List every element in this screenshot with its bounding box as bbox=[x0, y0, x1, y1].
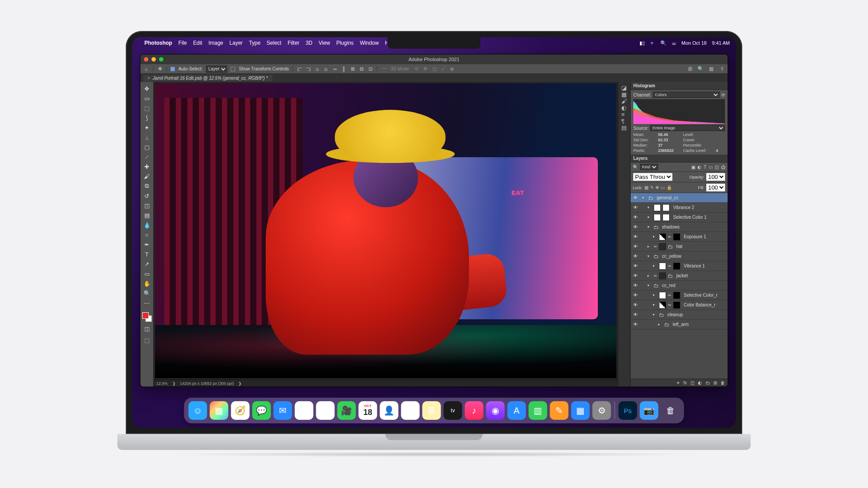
align-icon-8[interactable]: ⊡ bbox=[367, 66, 373, 72]
layer-name[interactable]: cleanup bbox=[667, 312, 683, 317]
layer-thumb[interactable] bbox=[659, 263, 666, 270]
layer-thumb[interactable] bbox=[659, 233, 666, 240]
disclosure-icon[interactable]: ▸ bbox=[647, 244, 652, 248]
visibility-icon[interactable]: 👁 bbox=[632, 273, 639, 278]
quick-mask-icon[interactable]: ◫ bbox=[142, 324, 152, 333]
layer-name[interactable]: Color Balance_r bbox=[684, 302, 716, 307]
disclosure-icon[interactable]: ▾ bbox=[653, 235, 657, 239]
layer-name[interactable]: cc_red bbox=[662, 283, 675, 288]
menu-file[interactable]: File bbox=[178, 40, 187, 46]
layer-name[interactable]: general_cc bbox=[657, 195, 678, 200]
dock-app-reminders[interactable]: ☑ bbox=[401, 401, 420, 420]
dock-app-calendar[interactable]: OCT18 bbox=[359, 401, 377, 420]
visibility-icon[interactable]: 👁 bbox=[632, 234, 639, 239]
search-icon[interactable]: 🔍 bbox=[698, 66, 704, 72]
visibility-icon[interactable]: 👁 bbox=[632, 195, 639, 200]
frame-tool[interactable]: ▢ bbox=[142, 142, 152, 152]
clone-tool[interactable]: ⧉ bbox=[142, 181, 152, 191]
layer-mask-thumb[interactable] bbox=[673, 302, 680, 309]
layer-row[interactable]: 👁▸⚮🗀hat bbox=[631, 242, 728, 252]
document-tab[interactable]: × Jamil Portrait 16 Edit.psb @ 12.5% (ge… bbox=[143, 75, 272, 81]
menubar-app-name[interactable]: Photoshop bbox=[144, 40, 172, 46]
layer-row[interactable]: 👁▸🗀left_arm bbox=[631, 320, 728, 329]
crop-tool[interactable]: ⟂ bbox=[142, 132, 152, 142]
menu-edit[interactable]: Edit bbox=[193, 40, 202, 46]
new-layer-icon[interactable]: ⊞ bbox=[713, 380, 717, 385]
layer-row[interactable]: 👁▾⚮Vibrance 1 bbox=[631, 261, 728, 271]
layer-mask-thumb[interactable] bbox=[673, 233, 680, 240]
layer-mask-thumb[interactable] bbox=[659, 272, 666, 279]
dock-app-messages[interactable]: 💬 bbox=[252, 401, 271, 420]
dock-app-keynote[interactable]: ▦ bbox=[571, 401, 590, 420]
align-icon-1[interactable]: ⫎ bbox=[305, 66, 311, 72]
layer-row[interactable]: 👁▾⚮Color Balance_r bbox=[631, 300, 728, 310]
path-tool[interactable]: ↗ bbox=[142, 259, 152, 269]
layer-row[interactable]: 👁▸⚮🗀jacket bbox=[631, 271, 728, 281]
heal-tool[interactable]: ✚ bbox=[142, 162, 152, 171]
dock-app-facetime[interactable]: 🎥 bbox=[337, 401, 356, 420]
dodge-tool[interactable]: ○ bbox=[142, 230, 152, 240]
layer-row[interactable]: 👁▾🗀cc_red bbox=[631, 281, 728, 290]
refresh-icon[interactable]: ⟳ bbox=[721, 93, 725, 97]
layer-mask-thumb[interactable] bbox=[673, 263, 680, 270]
zoom-level[interactable]: 12.5% bbox=[156, 381, 168, 386]
rectangle-tool[interactable]: ▭ bbox=[142, 269, 152, 279]
flyout-icon[interactable]: ❯ bbox=[172, 381, 176, 386]
disclosure-icon[interactable]: ▸ bbox=[658, 322, 663, 326]
battery-icon[interactable]: ▮▯ bbox=[639, 40, 645, 46]
lock-transparent-icon[interactable]: ▦ bbox=[644, 185, 648, 190]
visibility-icon[interactable]: 👁 bbox=[632, 302, 639, 307]
layer-thumb[interactable] bbox=[654, 214, 661, 221]
layer-row[interactable]: 👁▾🗀cc_yellow bbox=[631, 252, 728, 261]
dock-app-podcasts[interactable]: ◉ bbox=[486, 401, 505, 420]
align-icon-2[interactable]: ⫏ bbox=[314, 66, 320, 72]
layer-thumb[interactable] bbox=[659, 292, 666, 299]
menu-layer[interactable]: Layer bbox=[229, 40, 243, 46]
filter-adjust-icon[interactable]: ◐ bbox=[698, 165, 701, 170]
pen-tool[interactable]: ✒ bbox=[142, 240, 152, 249]
histogram-tab[interactable]: Histogram bbox=[631, 82, 728, 90]
move-tool-icon[interactable]: ✥ bbox=[157, 66, 163, 72]
control-center-icon[interactable]: ⚌ bbox=[672, 40, 676, 46]
spotlight-icon[interactable]: 🔍 bbox=[660, 40, 666, 46]
dock-app-pages[interactable]: ✎ bbox=[550, 401, 569, 420]
kind-dropdown[interactable]: Kind bbox=[640, 164, 658, 170]
disclosure-icon[interactable]: ▾ bbox=[653, 293, 657, 297]
dock-app-mail[interactable]: ✉ bbox=[274, 401, 292, 420]
brushes-panel-icon[interactable]: 🖌 bbox=[621, 98, 627, 105]
filter-smart-icon[interactable]: ◫ bbox=[715, 165, 719, 170]
dock-app-photos[interactable]: ✿ bbox=[316, 401, 335, 420]
layer-name[interactable]: cc_yellow bbox=[662, 254, 681, 259]
more-icon[interactable]: ⋯ bbox=[381, 66, 387, 72]
lock-pixels-icon[interactable]: ✎ bbox=[650, 185, 654, 190]
paragraph-panel-icon[interactable]: ¶ bbox=[621, 118, 627, 124]
filter-shape-icon[interactable]: ▭ bbox=[709, 165, 713, 170]
disclosure-icon[interactable]: ▾ bbox=[653, 313, 657, 317]
disclosure-icon[interactable]: ▾ bbox=[647, 215, 652, 219]
layer-name[interactable]: Vibrance 1 bbox=[684, 263, 705, 268]
auto-select-checkbox[interactable] bbox=[170, 67, 175, 71]
visibility-icon[interactable]: 👁 bbox=[632, 322, 639, 327]
new-group-icon[interactable]: 🗀 bbox=[705, 380, 710, 385]
share-icon[interactable]: ⇪ bbox=[719, 66, 725, 72]
window-titlebar[interactable]: Adobe Photoshop 2021 bbox=[140, 54, 728, 64]
layer-row[interactable]: 👁▾Selective Color 1 bbox=[631, 213, 728, 222]
actions-panel-icon[interactable]: ▤ bbox=[621, 124, 627, 131]
align-icon-4[interactable]: ═ bbox=[332, 66, 338, 72]
disclosure-icon[interactable]: ▾ bbox=[653, 264, 657, 268]
menu-type[interactable]: Type bbox=[249, 40, 260, 46]
eraser-tool[interactable]: ◫ bbox=[142, 201, 152, 210]
dock-app-maps[interactable]: 🗺 bbox=[295, 401, 314, 420]
dock-app-notes[interactable]: ≣ bbox=[422, 401, 441, 420]
minimize-button[interactable] bbox=[151, 57, 156, 62]
visibility-icon[interactable]: 👁 bbox=[632, 263, 639, 268]
color-swatches[interactable] bbox=[142, 312, 152, 322]
align-icon-6[interactable]: ⊞ bbox=[349, 66, 356, 72]
dock-app-finder[interactable]: ☺ bbox=[189, 401, 207, 420]
align-icon-3[interactable]: ⫐ bbox=[323, 66, 329, 72]
dock-app-appstore[interactable]: A bbox=[508, 401, 526, 420]
menu-view[interactable]: View bbox=[318, 40, 330, 46]
swatches-panel-icon[interactable]: ▦ bbox=[621, 91, 627, 98]
menu-3d[interactable]: 3D bbox=[306, 40, 312, 46]
workspace-icon[interactable]: ▥ bbox=[708, 66, 714, 72]
